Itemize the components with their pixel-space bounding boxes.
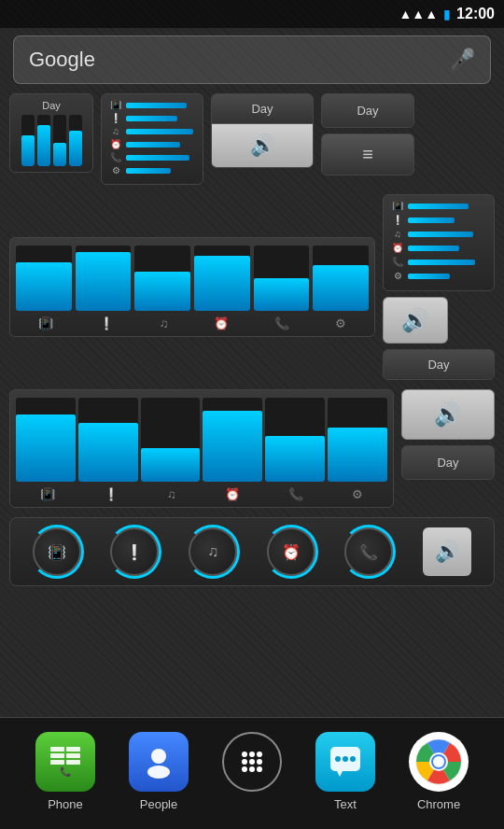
phone-label: Phone xyxy=(48,797,83,811)
six-bar-large-widget[interactable]: 📳 ❕ ♫ ⏰ 📞 ⚙ xyxy=(9,389,394,508)
mic-icon[interactable]: 🎤 xyxy=(450,48,475,72)
music-icon: ♫ xyxy=(109,126,122,136)
text-app-icon[interactable] xyxy=(315,732,375,792)
music-icon: ♫ xyxy=(160,316,169,330)
svg-point-21 xyxy=(343,756,348,762)
day-button[interactable]: Day xyxy=(212,94,313,124)
knob[interactable]: ♫ xyxy=(189,527,237,576)
chrome-app-icon[interactable] xyxy=(409,732,469,792)
bar xyxy=(408,218,455,223)
knob-notification[interactable]: ❕ xyxy=(110,527,159,576)
list-row: ❕ xyxy=(109,113,195,123)
list-row: ❕ xyxy=(391,215,486,225)
list-widget-2[interactable]: 📳 ❕ ♫ ⏰ 📞 xyxy=(383,194,495,291)
notification-icon: ❕ xyxy=(125,543,144,561)
volume-bars xyxy=(16,115,87,166)
day-button-3[interactable]: Day xyxy=(401,445,495,480)
knob-music[interactable]: ♫ xyxy=(189,527,237,576)
bar-col xyxy=(265,398,325,482)
list-row: ⏰ xyxy=(391,243,486,253)
svg-rect-5 xyxy=(66,753,80,758)
sound-button[interactable]: 🔊 xyxy=(212,124,313,167)
svg-point-20 xyxy=(335,756,341,762)
svg-point-11 xyxy=(249,752,255,757)
people-label: People xyxy=(140,797,177,811)
dock-item-people[interactable]: People xyxy=(129,732,189,811)
list-row: ⚙ xyxy=(391,271,486,281)
bar-group-large xyxy=(16,398,387,482)
dock-item-chrome[interactable]: Chrome xyxy=(409,732,469,811)
day-button-2[interactable]: Day xyxy=(321,93,414,128)
bar-col xyxy=(16,246,72,311)
bar-col xyxy=(254,246,310,311)
svg-text:📞: 📞 xyxy=(60,766,72,778)
day-sound-widget[interactable]: Day 🔊 xyxy=(211,93,314,168)
svg-point-16 xyxy=(242,766,247,772)
list-row: ⏰ xyxy=(109,139,195,149)
ringtone-icon: 📳 xyxy=(38,316,53,330)
day-label-2[interactable]: Day xyxy=(383,349,495,380)
svg-point-22 xyxy=(350,756,356,762)
dock-item-apps[interactable]: • xyxy=(222,732,282,811)
widget-row-3: 📳 ❕ ♫ ⏰ 📞 ⚙ 🔊 Day xyxy=(9,389,495,508)
people-app-icon[interactable] xyxy=(129,732,189,792)
phone-app-icon[interactable]: 📞 xyxy=(35,732,95,792)
alarm-icon: ⏰ xyxy=(391,243,404,253)
alarm-icon: ⏰ xyxy=(225,487,240,501)
menu-button[interactable]: ≡ xyxy=(321,133,414,176)
small-volume-widget[interactable]: Day xyxy=(9,93,93,173)
svg-marker-23 xyxy=(337,771,343,777)
svg-point-13 xyxy=(242,759,247,765)
list-row: 📞 xyxy=(109,152,195,162)
knob[interactable]: 📳 xyxy=(33,527,81,576)
vol-bar-1 xyxy=(21,115,35,166)
knob-alarm[interactable]: ⏰ xyxy=(267,527,315,576)
list-row: ♫ xyxy=(391,229,486,239)
svg-rect-4 xyxy=(66,747,80,752)
bar xyxy=(408,204,469,209)
music-icon: ♫ xyxy=(167,487,176,501)
battery-icon: ▮ xyxy=(443,7,451,21)
bar-col xyxy=(141,398,201,482)
dock-item-phone[interactable]: 📞 Phone xyxy=(35,732,95,811)
knob-ringtone[interactable]: 📳 xyxy=(33,527,81,576)
list-widget-1[interactable]: 📳 ❕ ♫ ⏰ 📞 ⚙ xyxy=(101,93,203,185)
phone-icon-svg: 📞 xyxy=(49,745,82,779)
bar xyxy=(408,232,473,237)
bar xyxy=(126,155,189,161)
sound-day-stack: 🔊 Day xyxy=(401,389,495,480)
knob[interactable]: ❕ xyxy=(110,527,159,576)
music-icon: ♫ xyxy=(391,229,404,239)
settings-icon: ⚙ xyxy=(335,316,346,330)
apps-app-icon[interactable] xyxy=(222,732,282,792)
music-icon: ♫ xyxy=(207,543,218,560)
stack-widget: Day ≡ xyxy=(321,93,414,176)
phone-icon: 📞 xyxy=(288,487,303,501)
bar-col xyxy=(134,246,190,311)
search-bar[interactable]: Google 🎤 xyxy=(13,35,491,84)
app-dock: 📞 Phone People xyxy=(0,717,504,829)
sound-button-2[interactable]: 🔊 xyxy=(401,389,495,440)
bar xyxy=(126,116,177,121)
dock-item-text[interactable]: Text xyxy=(315,732,375,811)
ringtone-icon: 📳 xyxy=(391,201,404,211)
bar-group xyxy=(16,246,369,311)
knob[interactable]: 📞 xyxy=(344,527,393,576)
bar-col xyxy=(313,246,369,311)
bar-col xyxy=(194,246,250,311)
bar-col xyxy=(78,398,138,482)
six-bar-widget[interactable]: 📳 ❕ ♫ ⏰ 📞 ⚙ xyxy=(9,237,375,337)
bar xyxy=(126,129,193,134)
text-icon-svg xyxy=(328,744,363,780)
knob[interactable]: ⏰ xyxy=(267,527,315,576)
knob-sound-button[interactable]: 🔊 xyxy=(423,527,471,576)
svg-point-9 xyxy=(147,766,170,779)
svg-point-17 xyxy=(249,766,255,772)
list-row: ⚙ xyxy=(109,165,195,176)
bar xyxy=(126,168,171,174)
bar xyxy=(408,246,459,251)
icon-row: 📳 ❕ ♫ ⏰ 📞 ⚙ xyxy=(16,487,387,501)
sound-button-large[interactable]: 🔊 xyxy=(383,297,448,344)
widgets-area: Day 📳 ❕ ♫ ⏰ xyxy=(9,93,495,597)
knob-phone[interactable]: 📞 xyxy=(344,527,393,576)
